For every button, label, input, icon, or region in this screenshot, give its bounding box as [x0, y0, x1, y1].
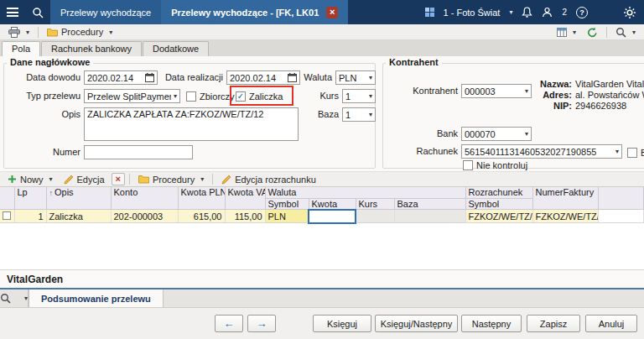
label-typ-przelewu: Typ przelewu: [7, 89, 80, 103]
zbiorczy-checkbox[interactable]: Zbiorczy: [186, 90, 235, 102]
top-bar: Przelewy wychodzące Przelewy wychodzące …: [0, 0, 644, 24]
menu-button[interactable]: [0, 0, 25, 24]
checkbox-icon: [627, 148, 637, 158]
waluta-select[interactable]: PLN: [335, 70, 376, 85]
opis-textarea[interactable]: ZALICZKA ZAPŁATA ZA:FZKOZ/WE/TZ/12: [84, 107, 299, 141]
chevron-down-icon[interactable]: [366, 74, 372, 81]
calendar-icon[interactable]: [143, 73, 154, 82]
col-rozrachunek-group[interactable]: Rozrachunek: [465, 187, 532, 198]
chevron-down-icon: [106, 29, 112, 36]
col-numer-faktury[interactable]: NumerFaktury: [532, 187, 598, 210]
next-record-button[interactable]: →: [247, 315, 276, 332]
columns-button[interactable]: [553, 26, 580, 39]
cell-kurs[interactable]: [356, 210, 394, 223]
chevron-down-icon[interactable]: [613, 148, 619, 155]
user-icon[interactable]: [542, 7, 553, 18]
window-tab-przelewy-active[interactable]: Przelewy wychodzące - [FK, LK01: [161, 0, 348, 24]
print-button[interactable]: [4, 25, 34, 39]
chevron-down-icon[interactable]: [366, 111, 372, 118]
data-realizacji-field[interactable]: 2020.02.14: [226, 70, 300, 85]
label-numer: Numer: [7, 145, 80, 159]
col-select[interactable]: [0, 187, 14, 210]
chevron-down-icon[interactable]: [522, 130, 528, 138]
command-bar: Procedury: [0, 24, 644, 40]
ksieguj-button[interactable]: Księguj: [313, 315, 371, 332]
grid-area: Lp ↑Opis Konto Kwota PLN Kwota VAT Walut…: [0, 187, 644, 269]
nie-kontroluj-checkbox[interactable]: Nie kontroluj: [463, 159, 527, 171]
ksieguj-nastepny-button[interactable]: Księguj/Następny: [375, 315, 458, 332]
col-filler: [598, 187, 643, 210]
cell-kwota-pln[interactable]: 615,00: [178, 210, 225, 223]
label-baza: Baza: [302, 107, 339, 122]
biala-lista-checkbox[interactable]: Biała: [627, 146, 644, 159]
chevron-down-icon[interactable]: [171, 92, 177, 100]
label-opis: Opis: [7, 107, 80, 122]
label-adres: Adres:: [513, 90, 572, 100]
baza-select[interactable]: 1: [342, 107, 376, 122]
col-rozrachunek-symbol[interactable]: Symbol: [465, 198, 532, 210]
global-search-button[interactable]: [25, 0, 50, 24]
edycja-rozrachunku-button[interactable]: Edycja rozrachunku: [217, 173, 320, 186]
typ-przelewu-select[interactable]: Przelew SplitPayment: [84, 89, 180, 103]
col-waluta-symbol[interactable]: Symbol: [265, 198, 309, 210]
col-waluta-kwota[interactable]: Kwota: [309, 198, 356, 210]
label-waluta: Waluta: [295, 70, 332, 85]
anuluj-button[interactable]: Anuluj: [585, 315, 637, 332]
company-selector[interactable]: 1 - Foto Świat: [444, 8, 501, 18]
tab-dodatkowe[interactable]: Dodatkowe: [143, 41, 209, 56]
kurs-select[interactable]: 1: [342, 89, 376, 103]
tab-rachunek-bankowy[interactable]: Rachunek bankowy: [41, 41, 142, 56]
cell-opis[interactable]: Zaliczka: [46, 210, 111, 223]
grid-procedury-button[interactable]: Procedury: [134, 173, 208, 186]
summary-search-button[interactable]: [0, 289, 29, 307]
previous-record-button[interactable]: ←: [215, 315, 243, 332]
toolbar-separator: [606, 27, 607, 38]
label-data-realizacji: Data realizacji: [159, 70, 223, 85]
search-tools-button[interactable]: [611, 25, 640, 39]
rachunek-select[interactable]: 56154011131460532027190855: [461, 144, 622, 159]
zapisz-button[interactable]: Zapisz: [527, 315, 580, 332]
chevron-down-icon[interactable]: [366, 92, 372, 100]
settings-button[interactable]: [624, 7, 636, 18]
row-select-cell[interactable]: [0, 210, 14, 223]
cell-konto[interactable]: 202-000003: [111, 210, 178, 223]
nastepny-button[interactable]: Następny: [461, 315, 522, 332]
label-rachunek: Rachunek: [392, 144, 458, 159]
col-kwota-pln[interactable]: Kwota PLN: [178, 187, 225, 210]
data-dowodu-field[interactable]: 2020.02.14: [84, 70, 158, 85]
col-waluta-baza[interactable]: Baza: [394, 198, 465, 210]
refresh-icon: [587, 27, 598, 38]
col-konto[interactable]: Konto: [111, 187, 178, 210]
close-tab-icon[interactable]: [326, 7, 338, 18]
cell-kwota-selected[interactable]: [309, 210, 356, 223]
help-icon[interactable]: [576, 7, 588, 18]
cell-symbol[interactable]: PLN: [265, 210, 309, 223]
refresh-button[interactable]: [583, 25, 602, 39]
procedury-button[interactable]: Procedury: [43, 25, 117, 39]
chevron-down-icon[interactable]: [509, 8, 512, 16]
edycja-button[interactable]: Edycja: [60, 173, 109, 186]
tab-pola[interactable]: Pola: [2, 41, 40, 56]
table-row[interactable]: 1 Zaliczka 202-000003 615,00 115,00 PLN …: [0, 210, 644, 223]
col-lp[interactable]: Lp: [14, 187, 46, 210]
cell-kwota-vat[interactable]: 115,00: [225, 210, 265, 223]
bell-icon[interactable]: [522, 7, 532, 18]
tab-podsumowanie-przelewu[interactable]: Podsumowanie przelewu: [29, 289, 164, 307]
row-checkbox-icon[interactable]: [3, 211, 11, 220]
nip-value: 2946626938: [575, 101, 626, 111]
bank-select[interactable]: 000070: [461, 127, 532, 141]
cell-numer-faktury[interactable]: FZKOZ/WE/TZ/12: [532, 210, 598, 223]
nowy-button[interactable]: Nowy: [3, 173, 57, 186]
cell-rozrachunek-symbol[interactable]: FZKOZ/WE/TZ/12: [465, 210, 532, 223]
button-bar: ← → Księguj Księguj/Następny Następny Za…: [0, 307, 644, 339]
col-opis[interactable]: ↑Opis: [46, 187, 111, 210]
app-grid-icon[interactable]: [425, 8, 434, 17]
col-waluta-group[interactable]: Waluta: [265, 187, 465, 198]
usun-button[interactable]: [112, 173, 125, 185]
cell-lp[interactable]: 1: [14, 210, 46, 223]
col-kwota-vat[interactable]: Kwota VAT: [225, 187, 265, 210]
window-tab-przelewy[interactable]: Przelewy wychodzące: [50, 0, 161, 24]
cell-baza[interactable]: [394, 210, 465, 223]
col-waluta-kurs[interactable]: Kurs: [356, 198, 394, 210]
numer-field[interactable]: [84, 145, 193, 159]
